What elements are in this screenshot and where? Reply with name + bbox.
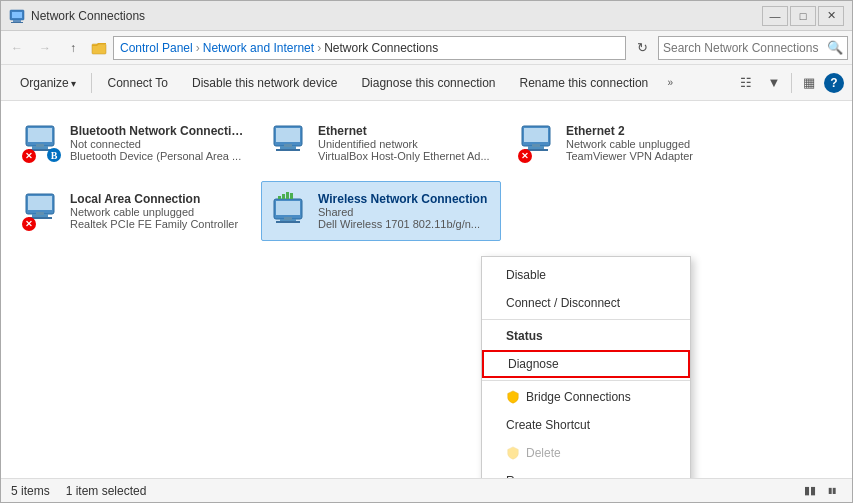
context-menu-item-disable[interactable]: Disable <box>482 261 690 289</box>
context-menu-separator <box>482 319 690 320</box>
context-menu-item-rename[interactable]: Rename <box>482 467 690 478</box>
list-item[interactable]: ✕ Ethernet 2 Network cable unplugged Tea… <box>509 113 749 173</box>
bluetooth-badge: B <box>46 147 62 163</box>
view-dropdown-button[interactable]: ▼ <box>761 70 787 96</box>
disable-network-button[interactable]: Disable this network device <box>181 69 348 97</box>
main-window: Network Connections — □ ✕ ← → ↑ Control … <box>0 0 853 503</box>
shield-icon <box>506 446 520 460</box>
x-badge: ✕ <box>22 217 36 231</box>
list-item[interactable]: ✕ B Bluetooth Network Connection Not con… <box>13 113 253 173</box>
minimize-button[interactable]: — <box>762 6 788 26</box>
maximize-button[interactable]: □ <box>790 6 816 26</box>
svg-text:B: B <box>51 150 58 161</box>
svg-rect-35 <box>290 193 293 199</box>
help-button[interactable]: ? <box>824 73 844 93</box>
network-name: Local Area Connection <box>70 192 244 206</box>
network-icon-container: ✕ B <box>22 123 62 163</box>
network-icon-container <box>270 123 310 163</box>
network-name: Wireless Network Connection <box>318 192 492 206</box>
context-menu-item-shortcut[interactable]: Create Shortcut <box>482 411 690 439</box>
view-change-button[interactable]: ☷ <box>733 70 759 96</box>
shield-icon <box>506 390 520 404</box>
preview-pane-button[interactable]: ▦ <box>796 70 822 96</box>
window-icon <box>9 8 25 24</box>
folder-icon <box>91 40 107 56</box>
breadcrumb-bar: Control Panel › Network and Internet › N… <box>113 36 626 60</box>
svg-rect-15 <box>276 149 300 151</box>
network-info: Ethernet 2 Network cable unplugged TeamV… <box>566 124 740 162</box>
context-menu-label: Create Shortcut <box>506 418 590 432</box>
svg-rect-6 <box>28 128 52 142</box>
window-title: Network Connections <box>31 9 762 23</box>
icons-area: ✕ B Bluetooth Network Connection Not con… <box>1 101 852 478</box>
svg-rect-30 <box>276 221 300 223</box>
large-icons-view-button[interactable]: ▮▮ <box>800 482 820 500</box>
status-bar: 5 items 1 item selected ▮▮ ▮▮ <box>1 478 852 502</box>
network-device: Realtek PCIe FE Family Controller <box>70 218 244 230</box>
close-button[interactable]: ✕ <box>818 6 844 26</box>
rename-connection-button[interactable]: Rename this connection <box>508 69 659 97</box>
connect-to-button[interactable]: Connect To <box>96 69 179 97</box>
toolbar-separator-1 <box>91 73 92 93</box>
computer-icon <box>270 123 306 159</box>
context-menu-separator <box>482 380 690 381</box>
organize-button[interactable]: Organize <box>9 69 87 97</box>
small-icons-view-button[interactable]: ▮▮ <box>822 482 842 500</box>
diagnose-connection-button[interactable]: Diagnose this connection <box>350 69 506 97</box>
network-device: Dell Wireless 1701 802.11b/g/n... <box>318 218 492 230</box>
breadcrumb-control-panel[interactable]: Control Panel <box>120 41 193 55</box>
network-info: Local Area Connection Network cable unpl… <box>70 192 244 230</box>
wireless-icon <box>270 191 306 227</box>
svg-rect-34 <box>286 192 289 199</box>
title-bar: Network Connections — □ ✕ <box>1 1 852 31</box>
network-status: Network cable unplugged <box>566 138 740 150</box>
context-menu-item-diagnose[interactable]: Diagnose <box>482 350 690 378</box>
svg-rect-13 <box>276 128 300 142</box>
list-item[interactable]: ✕ Local Area Connection Network cable un… <box>13 181 253 241</box>
network-device: VirtualBox Host-Only Ethernet Ad... <box>318 150 492 162</box>
context-menu-label: Bridge Connections <box>526 390 631 404</box>
context-menu: Disable Connect / Disconnect Status Diag… <box>481 256 691 478</box>
network-name: Ethernet 2 <box>566 124 740 138</box>
network-icon-container: ✕ <box>518 123 558 163</box>
network-status: Not connected <box>70 138 244 150</box>
breadcrumb-current: Network Connections <box>324 41 438 55</box>
toolbar-separator-2 <box>791 73 792 93</box>
svg-rect-33 <box>282 194 285 199</box>
context-menu-item-connect[interactable]: Connect / Disconnect <box>482 289 690 317</box>
refresh-button[interactable]: ↻ <box>630 36 654 60</box>
status-view-controls: ▮▮ ▮▮ <box>800 482 842 500</box>
svg-rect-9 <box>36 144 44 147</box>
context-menu-label: Connect / Disconnect <box>506 296 620 310</box>
toolbar-more-button[interactable]: » <box>661 69 679 97</box>
breadcrumb-network-internet[interactable]: Network and Internet <box>203 41 314 55</box>
svg-rect-23 <box>28 196 52 210</box>
svg-rect-26 <box>36 212 44 215</box>
main-content: ✕ B Bluetooth Network Connection Not con… <box>1 101 852 478</box>
search-box: 🔍 <box>658 36 848 60</box>
list-item[interactable]: Ethernet Unidentified network VirtualBox… <box>261 113 501 173</box>
search-icon: 🔍 <box>827 40 843 55</box>
svg-rect-21 <box>532 144 540 147</box>
x-badge: ✕ <box>518 149 532 163</box>
context-menu-label: Disable <box>506 268 546 282</box>
network-icon-container: ✕ <box>22 191 62 231</box>
network-name: Bluetooth Network Connection <box>70 124 244 138</box>
list-item[interactable]: Wireless Network Connection Shared Dell … <box>261 181 501 241</box>
search-input[interactable] <box>663 41 827 55</box>
svg-rect-28 <box>276 201 300 215</box>
network-status: Unidentified network <box>318 138 492 150</box>
back-button[interactable]: ← <box>5 36 29 60</box>
forward-button[interactable]: → <box>33 36 57 60</box>
svg-rect-3 <box>11 22 23 23</box>
network-name: Ethernet <box>318 124 492 138</box>
up-button[interactable]: ↑ <box>61 36 85 60</box>
item-count: 5 items <box>11 484 50 498</box>
context-menu-item-bridge[interactable]: Bridge Connections <box>482 383 690 411</box>
context-menu-item-delete[interactable]: Delete <box>482 439 690 467</box>
context-menu-item-status[interactable]: Status <box>482 322 690 350</box>
toolbar-right: ☷ ▼ ▦ ? <box>733 70 844 96</box>
network-device: Bluetooth Device (Personal Area ... <box>70 150 244 162</box>
svg-rect-32 <box>278 196 281 199</box>
network-status: Network cable unplugged <box>70 206 244 218</box>
